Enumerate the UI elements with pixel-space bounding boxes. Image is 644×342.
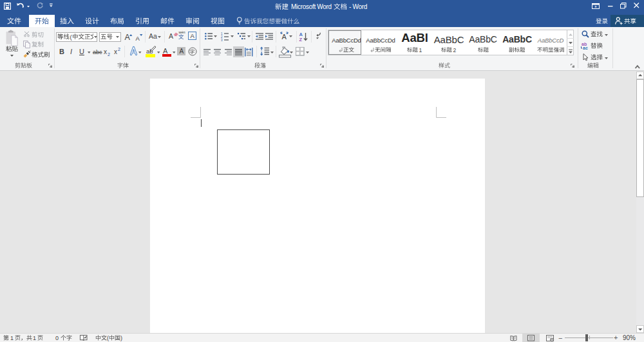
svg-text:A: A [282,33,287,41]
svg-text:ac: ac [583,46,588,50]
svg-text:Z: Z [299,37,303,43]
